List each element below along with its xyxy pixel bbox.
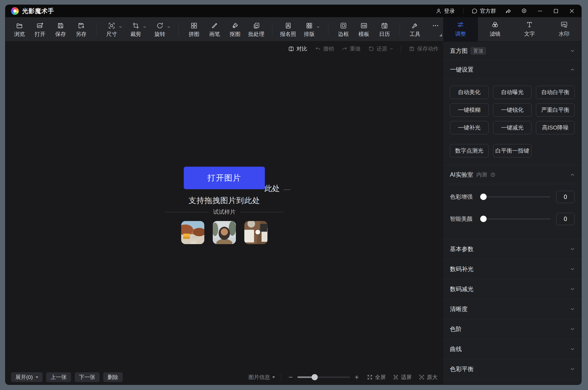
maximize-button[interactable] <box>552 7 560 15</box>
toolbar-border[interactable]: 边框 <box>336 22 351 37</box>
fit-screen-button[interactable]: 适屏 <box>393 374 412 381</box>
chevron-up-icon[interactable] <box>570 67 575 72</box>
toolbar-batch[interactable]: 批处理 <box>248 22 264 37</box>
sample-image-portrait[interactable] <box>213 221 236 244</box>
triangle-down-icon <box>272 376 275 379</box>
one-key-fill-light-button[interactable]: 一键补光 <box>450 121 489 134</box>
zoom-slider[interactable] <box>297 374 350 380</box>
section-rgb-tone[interactable]: RGB色调 <box>443 379 581 385</box>
chevron-down-icon[interactable] <box>390 47 393 51</box>
slider-knob[interactable] <box>480 216 487 222</box>
toolbar-browse[interactable]: 浏览 <box>12 22 27 37</box>
chevron-down-icon[interactable] <box>570 267 575 271</box>
chevron-down-icon[interactable] <box>570 49 575 53</box>
one-key-blur-button[interactable]: 一键模糊 <box>450 103 489 117</box>
official-group-button[interactable]: 官方群 <box>471 7 496 15</box>
toolbar-id-photo[interactable]: 报名照 <box>280 22 296 37</box>
smart-beauty-value[interactable]: 0 <box>556 213 575 225</box>
section-one-key-settings[interactable]: 一键设置 <box>443 60 581 79</box>
high-iso-denoise-button[interactable]: 高ISO降噪 <box>536 121 575 134</box>
auto-beautify-button[interactable]: 自动美化 <box>450 86 489 99</box>
chevron-down-icon[interactable] <box>143 25 146 29</box>
chevron-down-icon[interactable] <box>570 287 575 291</box>
section-digital-dim-light[interactable]: 数码减光 <box>443 279 581 299</box>
toolbar-crop[interactable]: 裁剪 <box>128 22 143 37</box>
toolbar-save-as[interactable]: 另存 <box>74 22 89 37</box>
fullscreen-button[interactable]: 全屏 <box>367 374 386 381</box>
sample-image-desk[interactable] <box>244 221 267 244</box>
color-enhance-slider[interactable] <box>480 194 551 200</box>
app-window: 光影魔术手 登录 官方群 <box>5 5 582 385</box>
severe-white-balance-button[interactable]: 严重白平衡 <box>536 103 575 117</box>
open-image-button[interactable]: 打开图片 <box>184 167 265 189</box>
restore-button[interactable]: 还原 <box>368 45 393 52</box>
redo-button[interactable]: 重做 <box>342 45 361 52</box>
color-enhance-value[interactable]: 0 <box>556 191 575 203</box>
toolbar-more[interactable] <box>428 22 443 37</box>
auto-exposure-button[interactable]: 自动曝光 <box>493 86 532 99</box>
settings-button[interactable] <box>520 7 528 15</box>
slider-knob[interactable] <box>480 194 487 200</box>
auto-white-balance-button[interactable]: 自动白平衡 <box>536 86 575 99</box>
tab-watermark[interactable]: 水印 <box>547 17 582 41</box>
zoom-slider-knob[interactable] <box>312 374 318 380</box>
toolbar-save[interactable]: 保存 <box>53 22 68 37</box>
zoom-in-button[interactable]: + <box>354 374 360 381</box>
smart-beauty-slider[interactable] <box>480 216 551 222</box>
share-button[interactable] <box>504 7 512 15</box>
next-image-button[interactable]: 下一张 <box>75 372 100 382</box>
section-color-balance[interactable]: 色彩平衡 <box>443 359 581 379</box>
section-levels[interactable]: 色阶 <box>443 319 581 339</box>
digital-spot-metering-button[interactable]: 数字点测光 <box>450 144 489 157</box>
sample-image-desert-bus[interactable] <box>181 221 204 244</box>
chevron-down-icon[interactable] <box>570 327 575 331</box>
tab-text[interactable]: 文字 <box>512 17 547 41</box>
chevron-down-icon[interactable] <box>570 367 575 371</box>
crop-icon <box>132 22 139 29</box>
chevron-up-icon[interactable] <box>570 173 575 177</box>
section-ai-lab[interactable]: AI实验室 内测 <box>443 165 581 184</box>
toolbar-resize[interactable]: 尺寸 <box>104 22 119 37</box>
undo-button[interactable]: 撤销 <box>315 45 334 52</box>
section-histogram[interactable]: 直方图 置顶 <box>443 42 581 60</box>
chevron-down-icon[interactable] <box>119 25 122 29</box>
section-clarity[interactable]: 清晰度 <box>443 299 581 319</box>
original-size-button[interactable]: 原大 <box>419 374 438 381</box>
chevron-down-icon[interactable] <box>570 247 575 251</box>
toolbar-open[interactable]: 打开 <box>33 22 47 37</box>
white-balance-one-touch-button[interactable]: 白平衡一指键 <box>493 144 532 157</box>
save-action-button[interactable]: 保存动作 <box>409 45 439 52</box>
tab-adjust[interactable]: 调整 <box>443 17 478 41</box>
login-button[interactable]: 登录 <box>436 7 455 15</box>
toolbar-template[interactable]: 模板 <box>356 22 371 37</box>
chevron-down-icon[interactable] <box>570 307 575 311</box>
toolbar-brush[interactable]: 画笔 <box>207 22 222 37</box>
delete-image-button[interactable]: 删除 <box>103 372 123 382</box>
zoom-out-button[interactable]: − <box>287 374 294 381</box>
image-info-button[interactable]: 图片信息 <box>248 374 275 381</box>
chevron-down-icon[interactable] <box>570 347 575 351</box>
close-button[interactable] <box>568 7 576 15</box>
section-digital-fill-light[interactable]: 数码补光 <box>443 259 581 279</box>
toolbar-collage[interactable]: 拼图 <box>187 22 201 37</box>
chevron-down-icon[interactable] <box>167 25 170 29</box>
toolbar-divider <box>328 23 328 36</box>
section-basic-params[interactable]: 基本参数 <box>443 239 581 259</box>
tab-filters[interactable]: 滤镜 <box>478 17 513 41</box>
expand-filmstrip-button[interactable]: 展开(0) <box>11 372 43 382</box>
adjust-panel: 直方图 置顶 一键设置 自动美化 自动曝光 自动白平衡 一键模糊 一键锐化 <box>443 42 581 385</box>
previous-image-button[interactable]: 上一张 <box>46 372 71 382</box>
one-key-dim-light-button[interactable]: 一键减光 <box>493 121 532 134</box>
toolbar-calendar[interactable]: 日历 <box>377 22 392 37</box>
wrench-icon <box>411 22 419 29</box>
drag-hint-fragment-line <box>284 189 290 190</box>
section-curves[interactable]: 曲线 <box>443 339 581 359</box>
minimize-button[interactable] <box>536 7 544 15</box>
one-key-sharpen-button[interactable]: 一键锐化 <box>493 103 532 117</box>
toolbar-cutout[interactable]: 抠图 <box>228 22 243 37</box>
toolbar-tools[interactable]: 工具 <box>408 22 422 37</box>
chevron-down-icon[interactable] <box>316 25 320 29</box>
toolbar-layout[interactable]: 排版 <box>302 22 317 37</box>
help-circle-icon[interactable] <box>490 172 496 177</box>
toolbar-rotate[interactable]: 旋转 <box>152 22 167 37</box>
